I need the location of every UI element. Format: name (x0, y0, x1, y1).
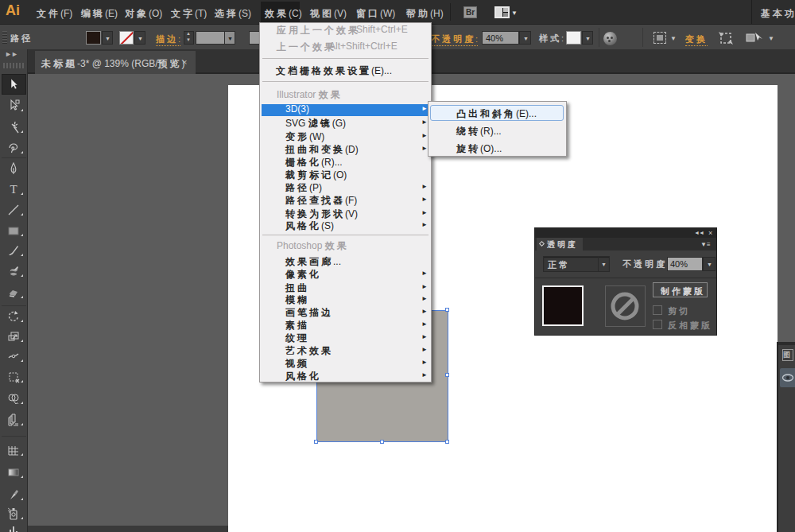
svg-text:T: T (10, 183, 17, 196)
